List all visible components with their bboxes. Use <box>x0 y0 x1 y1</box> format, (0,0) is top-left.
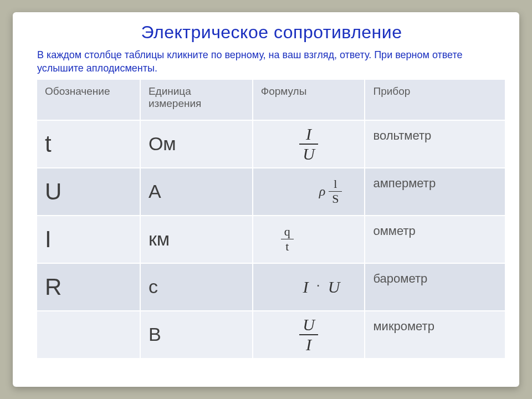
answer-device[interactable]: вольтметр <box>365 120 505 168</box>
quiz-table: Обозначение Единица измерения Формулы Пр… <box>37 80 506 359</box>
answer-device[interactable]: барометр <box>365 263 505 311</box>
answer-symbol[interactable] <box>37 311 140 359</box>
answer-device[interactable]: омметр <box>365 216 505 263</box>
answer-unit[interactable]: км <box>140 216 253 263</box>
col-header-device: Прибор <box>365 80 505 120</box>
answer-formula[interactable]: I · U <box>253 263 365 311</box>
fraction-icon: q t <box>281 224 294 254</box>
rho-formula-icon: ρ l S <box>261 177 357 206</box>
table-row: I км q t омметр <box>37 216 505 263</box>
answer-symbol[interactable]: R <box>37 263 140 311</box>
answer-unit[interactable]: А <box>140 168 253 216</box>
answer-formula[interactable]: ρ l S <box>253 168 365 216</box>
table-row: U А ρ l S амперметр <box>37 168 505 216</box>
answer-formula[interactable]: q t <box>253 216 365 263</box>
answer-symbol[interactable]: t <box>37 120 140 168</box>
col-header-unit: Единица измерения <box>140 80 253 120</box>
table-row: В U I микрометр <box>37 311 505 359</box>
product-formula-icon: I · U <box>261 278 357 296</box>
answer-unit[interactable]: с <box>140 263 253 311</box>
answer-formula[interactable]: I U <box>253 120 365 168</box>
fraction-icon: I U <box>299 125 318 163</box>
page-title: Электрическое сопротивление <box>37 22 506 43</box>
instructions-text: В каждом столбце таблицы кликните по вер… <box>37 48 506 75</box>
table-row: t Ом I U вольтметр <box>37 120 505 168</box>
answer-device[interactable]: микрометр <box>365 311 505 359</box>
answer-unit[interactable]: Ом <box>140 120 253 168</box>
answer-device[interactable]: амперметр <box>365 168 505 216</box>
col-header-formula: Формулы <box>253 80 365 120</box>
slide-card: Электрическое сопротивление В каждом сто… <box>13 12 519 387</box>
answer-symbol[interactable]: I <box>37 216 140 263</box>
answer-formula[interactable]: U I <box>253 311 365 359</box>
answer-symbol[interactable]: U <box>37 168 140 216</box>
fraction-icon: U I <box>299 315 318 354</box>
col-header-symbol: Обозначение <box>37 80 140 120</box>
table-row: R с I · U барометр <box>37 263 505 311</box>
answer-unit[interactable]: В <box>140 311 253 359</box>
table-header-row: Обозначение Единица измерения Формулы Пр… <box>37 80 505 120</box>
